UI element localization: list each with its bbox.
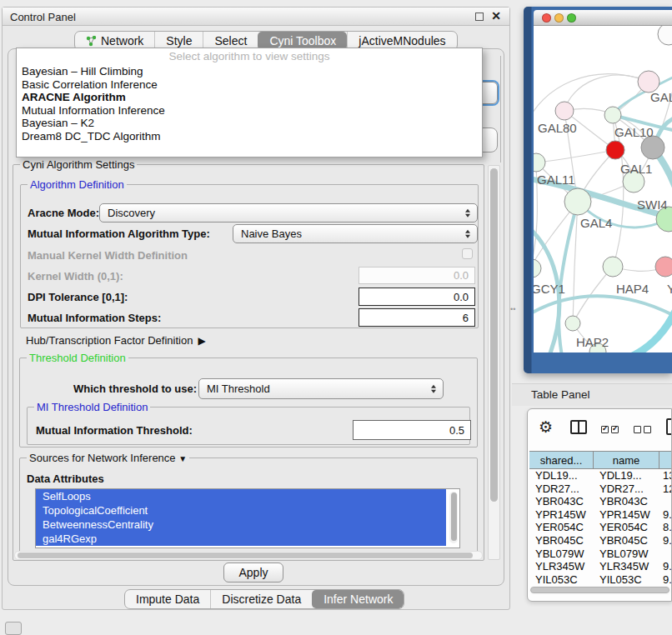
mi-algorithm-type-combobox[interactable]: Naive Bayes	[233, 224, 478, 243]
dropdown-item-aracne-algorithm[interactable]: ARACNE Algorithm	[17, 91, 482, 104]
scrollbar-thumb[interactable]	[490, 168, 498, 502]
network-node-label: GAL	[650, 90, 672, 104]
column-header-shared-[interactable]: shared...	[529, 452, 594, 468]
settings-horizontal-scrollbar[interactable]	[14, 551, 483, 560]
table-cell: YPR145W	[594, 508, 659, 522]
bottom-tab-infer-network[interactable]: Infer Network	[312, 590, 404, 608]
dpi-tolerance-field[interactable]: 0.0	[359, 288, 475, 306]
table-horizontal-scrollbar[interactable]	[529, 586, 671, 595]
control-panel: Control Panel ✕ NetworkStyleSelectCyni T…	[2, 7, 510, 610]
splitter-handle[interactable]: ••	[510, 308, 514, 316]
dropdown-item-bayesian-k2[interactable]: Bayesian – K2	[17, 117, 482, 130]
kernel-width-field[interactable]: 0.0	[359, 267, 475, 284]
table-cell: YER054C	[529, 521, 594, 534]
manual-kernel-width-checkbox[interactable]	[462, 248, 473, 259]
threshold-definition-group: Threshold Definition Which threshold to …	[19, 358, 478, 448]
table-row[interactable]: YBR045CYBR045C9.	[529, 534, 672, 548]
tab-label: Network	[101, 34, 143, 48]
mi-algorithm-type-label: Mutual Information Algorithm Type:	[28, 228, 210, 240]
tab-label: Impute Data	[136, 592, 199, 606]
network-node[interactable]	[641, 136, 664, 159]
expand-arrow-icon[interactable]: ▶	[198, 335, 205, 347]
network-node[interactable]	[564, 188, 591, 215]
network-window-titlebar[interactable]	[534, 10, 672, 26]
aracne-mode-combobox[interactable]: Discovery	[99, 203, 478, 222]
network-node[interactable]	[603, 257, 623, 277]
network-node-label: GAL10	[614, 125, 654, 139]
close-traffic-light[interactable]	[542, 13, 551, 22]
table-cell: YBR045C	[594, 534, 659, 548]
network-node[interactable]	[555, 102, 574, 120]
which-threshold-value: MI Threshold	[207, 382, 270, 395]
table-cell: YDL19...	[529, 469, 594, 482]
algorithm-definition-title: Algorithm Definition	[28, 178, 127, 191]
table-row[interactable]: YLR345WYLR345W9.	[529, 560, 672, 573]
network-node[interactable]	[565, 316, 580, 331]
attribute-item-selfloops[interactable]: SelfLoops	[36, 489, 446, 503]
close-icon[interactable]: ✕	[491, 9, 501, 22]
network-node-label: GAL80	[538, 121, 577, 135]
scrollbar-thumb[interactable]	[18, 552, 473, 558]
network-node-label: GCY1	[534, 282, 565, 296]
document-icon[interactable]	[666, 418, 672, 435]
data-attributes-list[interactable]: SelfLoopsTopologicalCoefficientBetweenne…	[35, 488, 460, 548]
network-view-window[interactable]: GALGAL80GAL10GAL1GAL11SWI4GAL4GCY1HAP4YH…	[524, 7, 672, 373]
network-node-label: SWI4	[637, 198, 668, 212]
bottom-tab-discretize-data[interactable]: Discretize Data	[210, 590, 312, 608]
table-cell: 9.	[659, 534, 672, 548]
table-cell: YIL053C	[594, 573, 659, 585]
table-row[interactable]: YBL079WYBL079W	[529, 548, 672, 561]
attribute-item-gal4rgexp[interactable]: gal4RGexp	[36, 532, 446, 546]
network-node[interactable]	[658, 26, 672, 45]
mi-steps-value: 6	[463, 312, 469, 324]
control-panel-title: Control Panel	[10, 11, 76, 23]
column-header-name[interactable]: name	[594, 452, 659, 468]
tab-label: Infer Network	[323, 592, 393, 606]
network-node[interactable]	[655, 257, 672, 277]
table-row[interactable]: YER054CYER054C8.	[529, 521, 672, 534]
dropdown-item-dream8-dc-tdc-algorithm[interactable]: Dream8 DC_TDC Algorithm	[17, 130, 482, 143]
network-node[interactable]	[534, 259, 541, 278]
zoom-traffic-light[interactable]	[567, 13, 576, 22]
control-panel-bottom-tabs: Impute DataDiscretize DataInfer Network	[124, 589, 404, 609]
hub-transcription-factor-section[interactable]: Hub/Transcription Factor Definition▶	[26, 334, 206, 347]
minimize-traffic-light[interactable]	[554, 13, 564, 22]
panel-float-button[interactable]	[5, 622, 22, 635]
mi-steps-label: Mutual Information Steps:	[28, 312, 161, 324]
network-node[interactable]	[606, 141, 624, 159]
gear-icon[interactable]: ⚙	[539, 418, 553, 437]
mi-threshold-field[interactable]: 0.5	[353, 420, 471, 440]
table-row[interactable]: YDL19...YDL19...13	[529, 469, 672, 482]
bottom-tab-impute-data[interactable]: Impute Data	[125, 590, 210, 608]
scrollbar-thumb[interactable]	[530, 587, 669, 593]
which-threshold-combobox[interactable]: MI Threshold	[198, 378, 444, 399]
attribute-item-betweennesscentrality[interactable]: BetweennessCentrality	[36, 518, 446, 532]
table-cell: 9.	[659, 508, 672, 522]
network-node[interactable]	[604, 107, 621, 123]
split-view-icon[interactable]	[570, 420, 587, 434]
table-cell: YLR345W	[529, 560, 594, 573]
dropdown-item-bayesian-hill-climbing[interactable]: Bayesian – Hill Climbing	[17, 65, 482, 78]
table-cell: YBL079W	[529, 548, 594, 561]
settings-vertical-scrollbar[interactable]	[488, 165, 500, 560]
dropdown-item-basic-correlation-inference[interactable]: Basic Correlation Inference	[17, 78, 482, 92]
apply-button[interactable]: Apply	[223, 562, 283, 582]
deselect-all-icon[interactable]	[634, 426, 651, 433]
sources-group-title: Sources for Network Inference ▼	[27, 452, 189, 464]
table-row[interactable]: YBR043CYBR043C	[529, 495, 672, 508]
network-edge	[625, 299, 672, 352]
table-row[interactable]: YIL053CYIL053C9.	[529, 573, 672, 585]
float-window-icon[interactable]	[475, 12, 484, 21]
network-canvas[interactable]: GALGAL80GAL10GAL1GAL11SWI4GAL4GCY1HAP4YH…	[534, 26, 672, 352]
mi-steps-field[interactable]: 6	[359, 308, 475, 327]
column-header-2[interactable]	[659, 452, 672, 468]
collapse-arrow-icon[interactable]: ▼	[178, 454, 187, 463]
stepper-icon	[431, 384, 436, 393]
table-row[interactable]: YPR145WYPR145W9.	[529, 508, 672, 522]
attributes-list-scrollbar[interactable]	[449, 492, 458, 543]
scrollbar-thumb[interactable]	[451, 492, 457, 541]
select-all-icon[interactable]	[601, 426, 619, 433]
attribute-item-topologicalcoefficient[interactable]: TopologicalCoefficient	[36, 503, 446, 518]
dropdown-item-mutual-information-inference[interactable]: Mutual Information Inference	[17, 104, 482, 118]
table-row[interactable]: YDR27...YDR27...12	[529, 482, 672, 496]
